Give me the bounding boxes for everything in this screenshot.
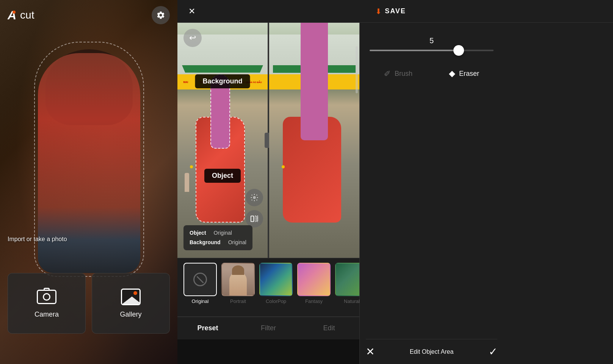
colorpop-bg-inner [260,264,292,295]
preset-label-natural: Natural [344,298,359,304]
preset-no-icon [184,264,216,295]
preset-thumb-natural [335,263,359,296]
app-logo: A cut [8,8,34,22]
slider-fill [370,50,459,51]
preset-item-natural[interactable]: Natural [335,263,359,304]
info-panel: Object Original Background Original [183,225,252,250]
editor-area: MAI THỜI TRANG NỮ BỒ SƠ SINH - QUẦN ÁO B… [177,23,359,364]
settings-button[interactable] [152,6,170,24]
preview-scrollbar[interactable] [356,46,358,93]
presets-scroll: Original Portrait [183,263,353,304]
brush-eraser-row: ✏ Brush ◆ Eraser [366,69,497,78]
info-row-background: Background Original [190,238,246,247]
action-buttons: Camera Gallery [8,273,170,334]
brightness-icon [250,193,259,202]
undo-button[interactable]: ↩ [183,29,202,47]
natural-bg-inner [336,264,359,295]
info-row-object: Object Original [190,228,246,238]
svg-point-0 [253,196,256,199]
woman-figure [23,30,152,296]
tab-edit[interactable]: Edit [299,324,359,332]
eraser-label: Eraser [459,70,479,78]
green-awning [182,65,263,73]
logo-a-text: A [8,8,16,22]
brush-option[interactable]: ✏ Brush [384,69,412,78]
preset-item-original[interactable]: Original [183,263,217,304]
save-download-icon: ⬇ [375,7,382,16]
preset-item-portrait[interactable]: Portrait [221,263,255,304]
tool-buttons-right [246,189,263,228]
left-header: A cut [0,0,177,30]
svg-rect-2 [255,216,257,222]
slider-value: 5 [366,36,497,45]
preview-rider [301,23,328,140]
preset-thumb-colorpop [259,263,293,296]
object-info-value: Original [214,228,232,238]
import-text: Import or take a photo [8,236,67,243]
split-view: MAI THỜI TRANG NỮ BỒ SƠ SINH - QUẦN ÁO B… [177,23,359,258]
top-bar: ✕ ⬇ SAVE [177,0,613,23]
object-label: Object [204,169,241,183]
tab-filter[interactable]: Filter [238,324,299,332]
presets-strip: Original Portrait [177,258,359,317]
brush-icon: ✏ [381,67,393,79]
right-panel: ✕ ⬇ SAVE MAI THỜI TRANG NỮ [177,0,613,364]
brightness-button[interactable] [246,189,263,206]
tools-panel: 5 ✏ Brush ◆ Eraser ✕ Edit Object Area [359,23,503,364]
logo-cut-text: cut [20,9,34,21]
gear-icon [156,11,165,20]
preset-item-colorpop[interactable]: ColorPop [259,263,293,304]
fantasy-bg-inner [298,264,330,295]
right-preview-panel [269,23,359,258]
save-button[interactable]: ⬇ SAVE [375,7,406,16]
save-text: SAVE [385,7,406,15]
object-info-label: Object [190,228,206,238]
preset-thumb-fantasy [297,263,331,296]
no-icon-line [196,276,204,283]
background-label: Background [195,74,250,88]
main-content: MAI THỜI TRANG NỮ BỒ SƠ SINH - QUẦN ÁO B… [177,23,613,364]
background-info-label: Background [190,238,221,247]
preset-thumb-portrait [221,263,255,296]
bottom-tabs: Preset Filter Edit [177,317,359,339]
gallery-icon [121,289,141,305]
edit-object-area-text: Edit Object Area [410,348,454,355]
confirm-button[interactable]: ✓ [489,345,497,358]
slider-track[interactable] [370,50,494,51]
brush-label: Brush [395,70,412,78]
camera-label: Camera [34,311,59,318]
banner-text-1: MAI [183,81,188,83]
slider-thumb[interactable] [453,45,464,56]
left-image-panel: MAI THỜI TRANG NỮ BỒ SƠ SINH - QUẦN ÁO B… [177,23,268,258]
camera-icon [36,289,57,305]
preset-label-portrait: Portrait [230,298,246,304]
svg-rect-3 [257,216,258,222]
preset-label-original: Original [192,298,209,304]
preset-label-colorpop: ColorPop [266,298,286,304]
mannequin-left [185,173,189,192]
gallery-button[interactable]: Gallery [92,273,170,334]
eraser-icon: ◆ [449,69,455,78]
compare-icon [250,215,259,223]
gallery-label: Gallery [120,311,141,318]
svg-rect-1 [251,216,254,222]
background-info-value: Original [228,238,246,247]
preset-item-fantasy[interactable]: Fantasy [297,263,331,304]
left-panel: A cut Import or take a photo Camera [0,0,177,364]
close-button[interactable]: ✕ [185,5,199,18]
undo-icon: ↩ [189,33,196,43]
camera-button[interactable]: Camera [8,273,86,334]
tools-bottom-bar: ✕ Edit Object Area ✓ [366,339,497,358]
no-icon-circle [193,273,207,286]
eraser-option[interactable]: ◆ Eraser [449,69,479,78]
cancel-button[interactable]: ✕ [366,345,375,358]
preset-label-fantasy: Fantasy [305,298,323,304]
portrait-face-shape [229,271,247,295]
preset-thumb-original [183,263,217,296]
slider-section: 5 [366,36,497,51]
tab-preset[interactable]: Preset [177,324,238,332]
portrait-hair [232,265,244,275]
